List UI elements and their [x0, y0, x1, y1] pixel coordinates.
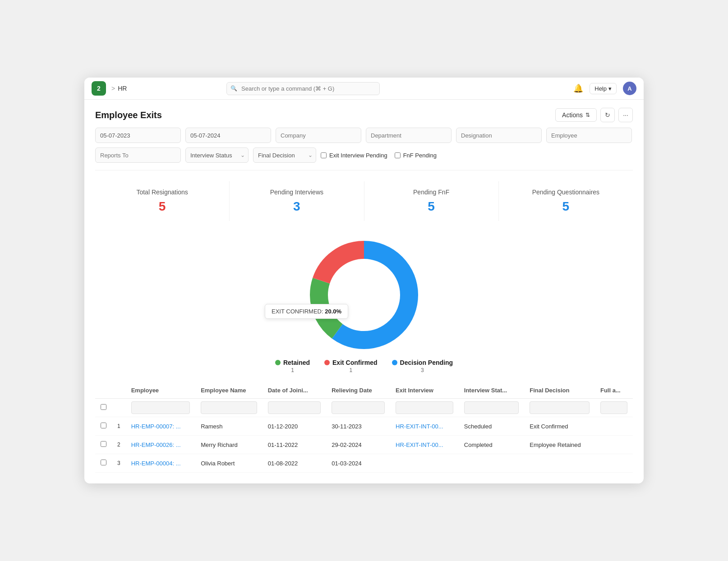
breadcrumb-current[interactable]: HR — [118, 85, 127, 92]
filter-relieving-input[interactable] — [332, 401, 385, 414]
company-input[interactable] — [276, 128, 361, 143]
row-num: 1 — [112, 417, 126, 436]
stat-pending-interviews-value: 3 — [237, 199, 356, 214]
th-relieving-date[interactable]: Relieving Date — [326, 382, 390, 399]
filter-exit-interview-input[interactable] — [396, 401, 453, 414]
reports-to-input[interactable] — [95, 147, 181, 163]
row-date-joining: 01-12-2020 — [263, 417, 326, 436]
row-exit-interview[interactable]: HR-EXIT-INT-00... — [390, 417, 459, 436]
th-employee-name[interactable]: Employee Name — [195, 382, 263, 399]
row-exit-interview[interactable]: HR-EXIT-INT-00... — [390, 436, 459, 454]
more-options-button[interactable]: ··· — [618, 108, 633, 122]
employee-input[interactable] — [546, 128, 632, 143]
table-filter-row — [95, 399, 633, 417]
row-checkbox[interactable] — [101, 460, 106, 465]
th-date-joining[interactable]: Date of Joini... — [263, 382, 326, 399]
table-row[interactable]: 3 HR-EMP-00004: ... Olivia Robert 01-08-… — [95, 454, 633, 473]
table-header-row: Employee Employee Name Date of Joini... … — [95, 382, 633, 399]
actions-button[interactable]: Actions ⇅ — [555, 108, 597, 122]
th-interview-status[interactable]: Interview Stat... — [459, 382, 524, 399]
row-final-decision: Exit Confirmed — [524, 417, 595, 436]
sort-icon: ⇅ — [585, 112, 590, 118]
row-checkbox[interactable] — [101, 441, 106, 447]
fnf-pending-label[interactable]: FnF Pending — [395, 152, 437, 159]
search-input[interactable] — [226, 82, 380, 95]
legend-dot-decision-pending — [392, 360, 397, 365]
filter-decision-input[interactable] — [530, 401, 590, 414]
table-body: 1 HR-EMP-00007: ... Ramesh 01-12-2020 30… — [95, 417, 633, 473]
chart-section: EXIT CONFIRMED: 20.0% Retained 1 Exit Co… — [84, 232, 644, 382]
stat-pending-fnf: Pending FnF 5 — [364, 181, 498, 221]
department-input[interactable] — [366, 128, 452, 143]
legend-decision-pending: Decision Pending 3 — [392, 359, 453, 373]
row-employee-id[interactable]: HR-EMP-00026: ... — [126, 436, 195, 454]
exit-interview-pending-label[interactable]: Exit Interview Pending — [321, 152, 387, 159]
interview-status-select[interactable]: Interview Status — [185, 147, 249, 163]
row-checkbox-cell — [95, 454, 112, 473]
filter-row-2: Interview Status Final Decision Exit Int… — [95, 147, 633, 163]
row-interview-status: Completed — [459, 436, 524, 454]
stat-pending-questionnaires-value: 5 — [506, 199, 626, 214]
notification-icon[interactable]: 🔔 — [573, 83, 583, 93]
row-employee-id[interactable]: HR-EMP-00004: ... — [126, 454, 195, 473]
filter-joining-cell — [263, 399, 326, 417]
row-num: 3 — [112, 454, 126, 473]
top-bar: 2 > HR 🔍 🔔 Help ▾ A — [84, 78, 644, 100]
row-employee-name: Merry Richard — [195, 436, 263, 454]
row-full-and-final — [595, 436, 633, 454]
help-button[interactable]: Help ▾ — [590, 83, 617, 94]
search-bar[interactable]: 🔍 — [226, 82, 380, 95]
final-decision-select[interactable]: Final Decision — [253, 147, 316, 163]
th-exit-interview[interactable]: Exit Interview — [390, 382, 459, 399]
date-to-input[interactable] — [185, 128, 271, 143]
table-row[interactable]: 1 HR-EMP-00007: ... Ramesh 01-12-2020 30… — [95, 417, 633, 436]
legend-exit-confirmed-label: Exit Confirmed — [332, 359, 378, 366]
select-all-checkbox[interactable] — [101, 404, 106, 410]
filter-name-cell — [195, 399, 263, 417]
breadcrumb-sep: > — [111, 85, 115, 92]
date-from-input[interactable] — [95, 128, 181, 143]
filter-decision-cell — [524, 399, 595, 417]
filter-name-input[interactable] — [201, 401, 257, 414]
filter-employee-input[interactable] — [131, 401, 190, 414]
row-final-decision: Employee Retained — [524, 436, 595, 454]
row-interview-status: Scheduled — [459, 417, 524, 436]
header-actions: Actions ⇅ ↻ ··· — [555, 108, 633, 122]
designation-input[interactable] — [456, 128, 542, 143]
refresh-button[interactable]: ↻ — [600, 108, 615, 122]
donut-svg — [305, 236, 423, 354]
filter-exit-interview-cell — [390, 399, 459, 417]
chevron-down-icon: ▾ — [608, 85, 612, 92]
stat-pending-interviews: Pending Interviews 3 — [229, 181, 364, 221]
row-full-and-final — [595, 454, 633, 473]
legend-exit-confirmed: Exit Confirmed 1 — [324, 359, 378, 373]
final-decision-select-wrap: Final Decision — [253, 147, 316, 163]
filter-joining-input[interactable] — [268, 401, 321, 414]
row-exit-interview[interactable] — [390, 454, 459, 473]
row-date-joining: 01-11-2022 — [263, 436, 326, 454]
row-relieving-date: 01-03-2024 — [326, 454, 390, 473]
row-employee-name: Olivia Robert — [195, 454, 263, 473]
stat-pending-questionnaires-label: Pending Questionnaires — [506, 189, 626, 196]
donut-chart: EXIT CONFIRMED: 20.0% — [305, 236, 423, 354]
filter-relieving-cell — [326, 399, 390, 417]
th-full-and-final[interactable]: Full a... — [595, 382, 633, 399]
avatar[interactable]: A — [623, 82, 636, 95]
exit-interview-pending-checkbox[interactable] — [321, 152, 327, 158]
th-final-decision[interactable]: Final Decision — [524, 382, 595, 399]
row-checkbox-cell — [95, 417, 112, 436]
app-logo[interactable]: 2 — [92, 81, 106, 96]
filter-fnf-input[interactable] — [600, 401, 627, 414]
tooltip-label: EXIT CONFIRMED: — [272, 308, 323, 315]
fnf-pending-checkbox[interactable] — [395, 152, 401, 158]
table-row[interactable]: 2 HR-EMP-00026: ... Merry Richard 01-11-… — [95, 436, 633, 454]
row-checkbox[interactable] — [101, 423, 106, 428]
legend-decision-pending-label: Decision Pending — [400, 359, 453, 366]
row-relieving-date: 29-02-2024 — [326, 436, 390, 454]
row-employee-id[interactable]: HR-EMP-00007: ... — [126, 417, 195, 436]
filter-status-input[interactable] — [464, 401, 519, 414]
th-employee[interactable]: Employee — [126, 382, 195, 399]
row-full-and-final — [595, 417, 633, 436]
filter-num-cell — [112, 399, 126, 417]
legend-retained: Retained 1 — [275, 359, 310, 373]
